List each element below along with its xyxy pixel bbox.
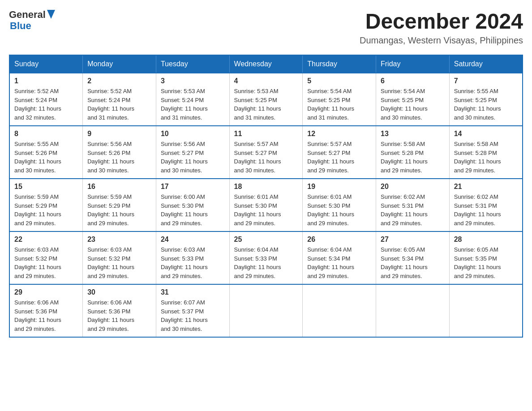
page-header: General Blue December 2024 Dumangas, Wes… — [9, 9, 523, 46]
day-number: 2 — [87, 77, 151, 85]
calendar-cell: 4 Sunrise: 5:53 AM Sunset: 5:25 PM Dayli… — [229, 73, 303, 126]
calendar-cell: 9 Sunrise: 5:56 AM Sunset: 5:26 PM Dayli… — [83, 126, 156, 179]
day-info: Sunrise: 5:54 AM Sunset: 5:25 PM Dayligh… — [381, 87, 445, 122]
day-info: Sunrise: 5:59 AM Sunset: 5:29 PM Dayligh… — [87, 193, 151, 227]
day-info: Sunrise: 6:02 AM Sunset: 5:31 PM Dayligh… — [381, 193, 445, 227]
calendar-cell: 3 Sunrise: 5:53 AM Sunset: 5:24 PM Dayli… — [156, 73, 229, 126]
day-info: Sunrise: 6:05 AM Sunset: 5:34 PM Dayligh… — [381, 245, 445, 280]
day-info: Sunrise: 5:53 AM Sunset: 5:25 PM Dayligh… — [234, 87, 298, 122]
day-number: 17 — [161, 183, 225, 191]
day-number: 31 — [161, 288, 225, 296]
logo-general: General — [9, 9, 46, 20]
header-friday: Friday — [376, 55, 450, 73]
day-info: Sunrise: 5:55 AM Sunset: 5:26 PM Dayligh… — [14, 140, 78, 175]
calendar-cell: 13 Sunrise: 5:58 AM Sunset: 5:28 PM Dayl… — [376, 126, 450, 179]
calendar-cell: 25 Sunrise: 6:04 AM Sunset: 5:33 PM Dayl… — [229, 231, 303, 284]
day-info: Sunrise: 5:56 AM Sunset: 5:26 PM Dayligh… — [87, 140, 151, 175]
day-number: 24 — [161, 235, 225, 244]
day-number: 26 — [307, 235, 371, 244]
day-number: 13 — [381, 130, 445, 138]
header-monday: Monday — [83, 55, 156, 73]
day-info: Sunrise: 5:53 AM Sunset: 5:24 PM Dayligh… — [161, 87, 225, 122]
calendar-cell: 7 Sunrise: 5:55 AM Sunset: 5:25 PM Dayli… — [449, 73, 523, 126]
calendar-cell: 28 Sunrise: 6:05 AM Sunset: 5:35 PM Dayl… — [449, 231, 523, 284]
calendar-table: SundayMondayTuesdayWednesdayThursdayFrid… — [9, 55, 523, 338]
calendar-cell: 16 Sunrise: 5:59 AM Sunset: 5:29 PM Dayl… — [83, 179, 156, 231]
day-info: Sunrise: 5:52 AM Sunset: 5:24 PM Dayligh… — [87, 87, 151, 122]
calendar-cell: 8 Sunrise: 5:55 AM Sunset: 5:26 PM Dayli… — [9, 126, 83, 179]
logo: General Blue — [9, 9, 55, 31]
day-number: 12 — [307, 130, 371, 138]
day-info: Sunrise: 6:06 AM Sunset: 5:36 PM Dayligh… — [87, 298, 151, 333]
calendar-cell: 18 Sunrise: 6:01 AM Sunset: 5:30 PM Dayl… — [229, 179, 303, 231]
calendar-cell: 6 Sunrise: 5:54 AM Sunset: 5:25 PM Dayli… — [376, 73, 450, 126]
day-number: 14 — [454, 130, 518, 138]
day-number: 3 — [161, 77, 225, 85]
day-number: 22 — [14, 235, 78, 244]
calendar-cell: 20 Sunrise: 6:02 AM Sunset: 5:31 PM Dayl… — [376, 179, 450, 231]
calendar-header-row: SundayMondayTuesdayWednesdayThursdayFrid… — [9, 55, 523, 73]
month-title: December 2024 — [360, 9, 523, 34]
day-info: Sunrise: 5:58 AM Sunset: 5:28 PM Dayligh… — [381, 140, 445, 175]
calendar-cell: 15 Sunrise: 5:59 AM Sunset: 5:29 PM Dayl… — [9, 179, 83, 231]
calendar-cell: 19 Sunrise: 6:01 AM Sunset: 5:30 PM Dayl… — [303, 179, 376, 231]
day-number: 15 — [14, 183, 78, 191]
calendar-cell: 30 Sunrise: 6:06 AM Sunset: 5:36 PM Dayl… — [83, 284, 156, 337]
calendar-cell: 31 Sunrise: 6:07 AM Sunset: 5:37 PM Dayl… — [156, 284, 229, 337]
day-info: Sunrise: 5:56 AM Sunset: 5:27 PM Dayligh… — [161, 140, 225, 175]
day-number: 21 — [454, 183, 518, 191]
day-number: 5 — [307, 77, 371, 85]
day-number: 18 — [234, 183, 298, 191]
day-number: 6 — [381, 77, 445, 85]
location-title: Dumangas, Western Visayas, Philippines — [360, 35, 523, 46]
day-number: 16 — [87, 183, 151, 191]
day-info: Sunrise: 5:58 AM Sunset: 5:28 PM Dayligh… — [454, 140, 518, 175]
title-block: December 2024 Dumangas, Western Visayas,… — [360, 9, 523, 46]
logo-arrow-icon — [47, 10, 55, 19]
header-thursday: Thursday — [303, 55, 376, 73]
calendar-cell: 1 Sunrise: 5:52 AM Sunset: 5:24 PM Dayli… — [9, 73, 83, 126]
day-number: 1 — [14, 77, 78, 85]
day-number: 10 — [161, 130, 225, 138]
day-info: Sunrise: 6:03 AM Sunset: 5:32 PM Dayligh… — [87, 245, 151, 280]
day-info: Sunrise: 6:00 AM Sunset: 5:30 PM Dayligh… — [161, 193, 225, 227]
day-info: Sunrise: 6:07 AM Sunset: 5:37 PM Dayligh… — [161, 298, 225, 333]
week-row-2: 8 Sunrise: 5:55 AM Sunset: 5:26 PM Dayli… — [9, 126, 523, 179]
day-info: Sunrise: 6:03 AM Sunset: 5:33 PM Dayligh… — [161, 245, 225, 280]
week-row-1: 1 Sunrise: 5:52 AM Sunset: 5:24 PM Dayli… — [9, 73, 523, 126]
calendar-cell: 12 Sunrise: 5:57 AM Sunset: 5:27 PM Dayl… — [303, 126, 376, 179]
header-wednesday: Wednesday — [229, 55, 303, 73]
week-row-3: 15 Sunrise: 5:59 AM Sunset: 5:29 PM Dayl… — [9, 179, 523, 231]
day-info: Sunrise: 5:57 AM Sunset: 5:27 PM Dayligh… — [234, 140, 298, 175]
day-info: Sunrise: 5:52 AM Sunset: 5:24 PM Dayligh… — [14, 87, 78, 122]
calendar-cell: 23 Sunrise: 6:03 AM Sunset: 5:32 PM Dayl… — [83, 231, 156, 284]
day-number: 30 — [87, 288, 151, 296]
day-number: 8 — [14, 130, 78, 138]
day-info: Sunrise: 6:01 AM Sunset: 5:30 PM Dayligh… — [234, 193, 298, 227]
calendar-cell: 10 Sunrise: 5:56 AM Sunset: 5:27 PM Dayl… — [156, 126, 229, 179]
calendar-cell: 29 Sunrise: 6:06 AM Sunset: 5:36 PM Dayl… — [9, 284, 83, 337]
day-info: Sunrise: 6:04 AM Sunset: 5:34 PM Dayligh… — [307, 245, 371, 280]
header-tuesday: Tuesday — [156, 55, 229, 73]
day-number: 4 — [234, 77, 298, 85]
calendar-cell: 24 Sunrise: 6:03 AM Sunset: 5:33 PM Dayl… — [156, 231, 229, 284]
week-row-5: 29 Sunrise: 6:06 AM Sunset: 5:36 PM Dayl… — [9, 284, 523, 337]
calendar-cell: 22 Sunrise: 6:03 AM Sunset: 5:32 PM Dayl… — [9, 231, 83, 284]
day-number: 9 — [87, 130, 151, 138]
calendar-cell: 17 Sunrise: 6:00 AM Sunset: 5:30 PM Dayl… — [156, 179, 229, 231]
day-info: Sunrise: 5:55 AM Sunset: 5:25 PM Dayligh… — [454, 87, 518, 122]
day-number: 20 — [381, 183, 445, 191]
day-number: 23 — [87, 235, 151, 244]
day-info: Sunrise: 5:54 AM Sunset: 5:25 PM Dayligh… — [307, 87, 371, 122]
calendar-cell: 26 Sunrise: 6:04 AM Sunset: 5:34 PM Dayl… — [303, 231, 376, 284]
day-info: Sunrise: 6:01 AM Sunset: 5:30 PM Dayligh… — [307, 193, 371, 227]
day-info: Sunrise: 5:59 AM Sunset: 5:29 PM Dayligh… — [14, 193, 78, 227]
calendar-cell: 27 Sunrise: 6:05 AM Sunset: 5:34 PM Dayl… — [376, 231, 450, 284]
calendar-cell — [449, 284, 523, 337]
day-info: Sunrise: 6:03 AM Sunset: 5:32 PM Dayligh… — [14, 245, 78, 280]
day-info: Sunrise: 6:02 AM Sunset: 5:31 PM Dayligh… — [454, 193, 518, 227]
day-number: 19 — [307, 183, 371, 191]
calendar-cell: 21 Sunrise: 6:02 AM Sunset: 5:31 PM Dayl… — [449, 179, 523, 231]
svg-marker-0 — [47, 10, 55, 19]
day-info: Sunrise: 6:05 AM Sunset: 5:35 PM Dayligh… — [454, 245, 518, 280]
